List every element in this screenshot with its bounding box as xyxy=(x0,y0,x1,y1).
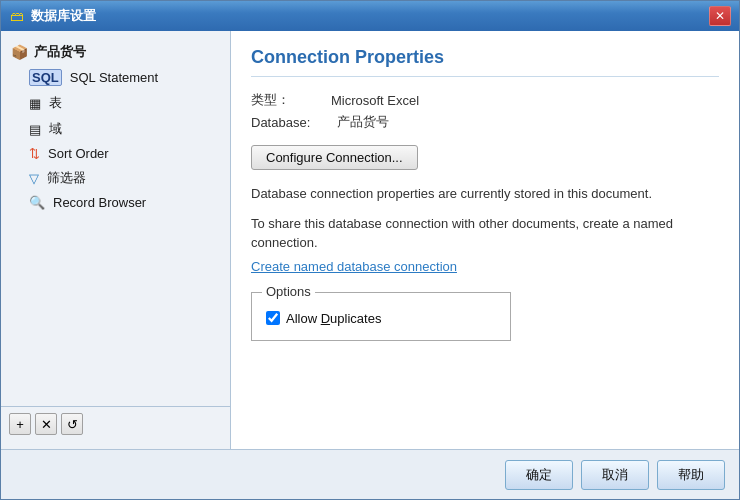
options-legend: Options xyxy=(262,284,315,299)
sidebar-item-sort-label: Sort Order xyxy=(48,146,109,161)
allow-duplicates-label[interactable]: Allow Duplicates xyxy=(286,311,381,326)
sidebar-item-record[interactable]: 🔍 Record Browser xyxy=(1,191,230,214)
sidebar-item-sql-label: SQL Statement xyxy=(70,70,158,85)
main-window: 🗃 数据库设置 ✕ 📦 产品货号 SQL SQL Statement xyxy=(0,0,740,500)
sidebar-item-sort[interactable]: ⇅ Sort Order xyxy=(1,142,230,165)
sidebar-item-filter[interactable]: ▽ 筛选器 xyxy=(1,165,230,191)
sidebar-item-sql[interactable]: SQL SQL Statement xyxy=(1,65,230,90)
create-named-connection-link[interactable]: Create named database connection xyxy=(251,259,457,274)
share-text: To share this database connection with o… xyxy=(251,214,719,253)
titlebar-buttons: ✕ xyxy=(709,6,731,26)
type-row: 类型： Microsoft Excel xyxy=(251,91,719,109)
sidebar-item-table-label: 表 xyxy=(49,94,62,112)
help-button[interactable]: 帮助 xyxy=(657,460,725,490)
database-row: Database: 产品货号 xyxy=(251,113,719,131)
window-icon: 🗃 xyxy=(9,8,25,24)
panel-title: Connection Properties xyxy=(251,47,719,77)
right-panel: Connection Properties 类型： Microsoft Exce… xyxy=(231,31,739,449)
sidebar-item-field-label: 域 xyxy=(49,120,62,138)
add-button[interactable]: + xyxy=(9,413,31,435)
group-icon: 📦 xyxy=(11,44,28,60)
info-text: Database connection properties are curre… xyxy=(251,184,719,204)
refresh-button[interactable]: ↺ xyxy=(61,413,83,435)
close-button[interactable]: ✕ xyxy=(709,6,731,26)
delete-button[interactable]: ✕ xyxy=(35,413,57,435)
database-value: 产品货号 xyxy=(337,113,389,131)
bottom-bar: 确定 取消 帮助 xyxy=(1,449,739,499)
configure-connection-button[interactable]: Configure Connection... xyxy=(251,145,418,170)
sidebar-group: 📦 产品货号 xyxy=(1,39,230,65)
sidebar-items-area: 📦 产品货号 SQL SQL Statement ▦ 表 xyxy=(1,39,230,406)
sort-icon: ⇅ xyxy=(29,146,40,161)
window-title: 数据库设置 xyxy=(31,7,709,25)
ok-button[interactable]: 确定 xyxy=(505,460,573,490)
record-browser-icon: 🔍 xyxy=(29,195,45,210)
main-content: 📦 产品货号 SQL SQL Statement ▦ 表 xyxy=(1,31,739,449)
options-group: Options Allow Duplicates xyxy=(251,292,511,341)
cancel-button[interactable]: 取消 xyxy=(581,460,649,490)
allow-duplicates-checkbox[interactable] xyxy=(266,311,280,325)
type-label: 类型： xyxy=(251,91,331,109)
sidebar-item-field[interactable]: ▤ 域 xyxy=(1,116,230,142)
sidebar-item-table[interactable]: ▦ 表 xyxy=(1,90,230,116)
sidebar-item-filter-label: 筛选器 xyxy=(47,169,86,187)
titlebar: 🗃 数据库设置 ✕ xyxy=(1,1,739,31)
table-icon: ▦ xyxy=(29,96,41,111)
sidebar-group-label: 产品货号 xyxy=(34,43,86,61)
sidebar-wrapper: 📦 产品货号 SQL SQL Statement ▦ 表 xyxy=(1,39,230,441)
sidebar: 📦 产品货号 SQL SQL Statement ▦ 表 xyxy=(1,31,231,449)
database-label: Database: xyxy=(251,115,331,130)
sidebar-toolbar: + ✕ ↺ xyxy=(1,406,230,441)
filter-icon: ▽ xyxy=(29,171,39,186)
field-icon: ▤ xyxy=(29,122,41,137)
allow-duplicates-row: Allow Duplicates xyxy=(266,311,496,326)
underline-d: D xyxy=(321,311,330,326)
sidebar-item-record-label: Record Browser xyxy=(53,195,146,210)
type-value: Microsoft Excel xyxy=(331,93,419,108)
sql-icon: SQL xyxy=(29,69,62,86)
